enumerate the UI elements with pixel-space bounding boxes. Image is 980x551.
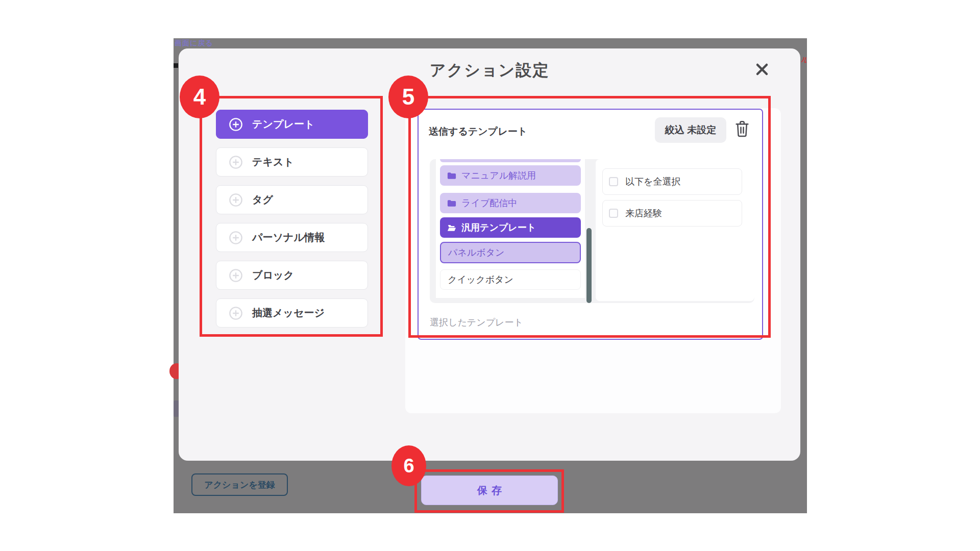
clipped-page-fragment xyxy=(174,63,178,68)
annotation-rect-4 xyxy=(200,96,383,337)
annotation-rect-5 xyxy=(408,96,771,338)
annotation-badge-6: 6 xyxy=(391,445,426,486)
register-action-button[interactable]: アクションを登録 xyxy=(191,473,288,496)
annotation-badge-5: 5 xyxy=(388,76,428,118)
back-to-screen-link[interactable]: 画面に戻る xyxy=(175,39,213,48)
annotation-rect-6 xyxy=(414,469,564,513)
annotation-number: 6 xyxy=(403,455,414,477)
close-icon xyxy=(755,63,769,76)
modal-title: アクション設定 xyxy=(179,60,800,81)
clipped-page-fragment: ル xyxy=(801,56,806,78)
annotation-number: 5 xyxy=(402,84,414,110)
annotation-badge-4: 4 xyxy=(180,76,219,118)
annotation-number: 4 xyxy=(193,84,206,110)
close-button[interactable] xyxy=(753,61,771,78)
